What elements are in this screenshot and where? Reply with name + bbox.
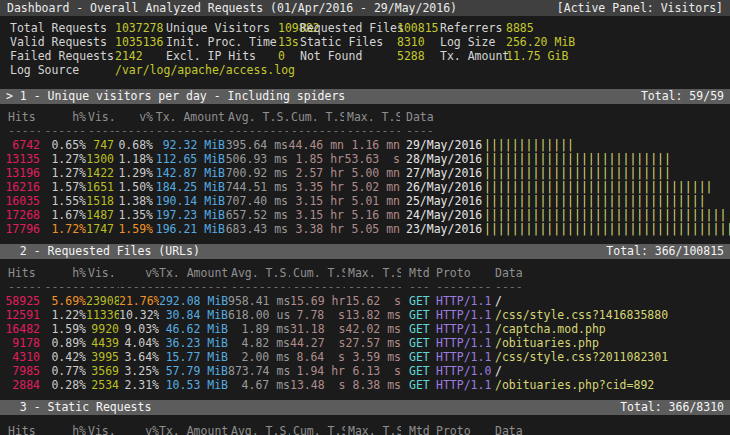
- table-row[interactable]: 16216 1.57% 1651 1.50% 184.25 MiB 744.51…: [0, 180, 730, 194]
- request-path: /css/style.css?2011082301: [495, 350, 730, 364]
- summary-label: Not Found: [300, 49, 397, 63]
- avg-time: 2.00 ms: [228, 350, 290, 364]
- visitors-percent: 1.35%: [114, 208, 153, 222]
- hits-percent: 1.57%: [40, 180, 86, 194]
- col-max: Max. T.S.: [344, 110, 400, 124]
- summary-value: 8310: [397, 35, 440, 49]
- max-time: 1.16 mn: [344, 138, 400, 152]
- col-mtd: Mtd: [409, 266, 431, 280]
- http-method: GET: [409, 308, 431, 322]
- summary-value: 11.75 GiB: [506, 49, 726, 63]
- col-hpct: h%: [40, 110, 86, 124]
- avg-time: 683.43 ms: [225, 222, 288, 236]
- date-value: 25/May/2016: [406, 194, 482, 208]
- avg-time: 4.82 ms: [228, 336, 290, 350]
- dash: --------: [290, 280, 345, 294]
- tx-amount: 197.23 MiB: [153, 208, 225, 222]
- http-method: GET: [409, 364, 431, 378]
- date-value: 28/May/2016: [406, 152, 482, 166]
- col-avg: Avg. T.S.: [228, 266, 290, 280]
- visitors-percent: 2.31%: [119, 378, 159, 392]
- avg-time: 958.41 ms: [228, 294, 290, 308]
- avg-time: 395.64 ms: [225, 138, 288, 152]
- visitors-percent: 1.59%: [114, 222, 153, 236]
- dash: ---: [409, 280, 431, 294]
- col-avg: Avg. T.S.: [228, 424, 290, 435]
- avg-time: 700.92 ms: [225, 166, 288, 180]
- date-value: 29/May/2016: [406, 138, 482, 152]
- summary-value: 0: [278, 49, 300, 63]
- table-separator: ----- ------ ----- ------ ---------- ---…: [0, 280, 730, 294]
- table-row[interactable]: 7985 0.77% 3569 3.25% 57.79 MiB 873.74 m…: [0, 364, 730, 378]
- http-protocol: HTTP/1.0: [436, 364, 491, 378]
- hits-percent: 0.65%: [40, 138, 86, 152]
- summary-label: Referrers: [440, 21, 506, 35]
- table-row[interactable]: 17796 1.72% 1747 1.59% 196.21 MiB 683.43…: [0, 222, 730, 236]
- max-time: 5.00 mn: [344, 166, 400, 180]
- log-source-path: /var/log/apache/access.log: [115, 63, 726, 77]
- col-data: Data: [406, 110, 482, 124]
- summary-value: 256.20 MiB: [506, 35, 726, 49]
- tx-amount: 142.87 MiB: [153, 166, 225, 180]
- table-row[interactable]: 13196 1.27% 1422 1.29% 142.87 MiB 700.92…: [0, 166, 730, 180]
- visitors-percent: 1.38%: [114, 194, 153, 208]
- max-time: 27.57 ms: [345, 336, 401, 350]
- hits-percent: 1.72%: [40, 222, 86, 236]
- table-row[interactable]: 9178 0.89% 4439 4.04% 36.23 MiB 4.82 ms …: [0, 336, 730, 350]
- visitors-rows: 6742 0.65% 747 0.68% 92.32 MiB 395.64 ms…: [0, 138, 730, 236]
- http-method: GET: [409, 336, 431, 350]
- visitors-percent: 1.50%: [114, 180, 153, 194]
- panel-header-visitors[interactable]: > 1 - Unique visitors per day - Includin…: [0, 89, 730, 104]
- panel-total: Total: 59/59: [641, 89, 724, 104]
- col-cum: Cum. T.S.: [290, 424, 345, 435]
- http-method: GET: [409, 350, 431, 364]
- summary-value: 2142: [115, 49, 166, 63]
- table-row[interactable]: 58925 5.69% 23908 21.76% 292.08 MiB 958.…: [0, 294, 730, 308]
- table-row[interactable]: 2884 0.28% 2534 2.31% 10.53 MiB 4.67 ms …: [0, 378, 730, 392]
- table-row[interactable]: 13135 1.27% 1300 1.18% 112.65 MiB 506.93…: [0, 152, 730, 166]
- visitors-percent: 21.76%: [119, 294, 159, 308]
- table-row[interactable]: 16482 1.59% 9920 9.03% 46.62 MiB 1.89 ms…: [0, 322, 730, 336]
- col-avg: Avg. T.S.: [225, 110, 288, 124]
- hits-value: 17268: [0, 208, 40, 222]
- visitors-value: 3569: [86, 364, 119, 378]
- col-tx: Tx. Amount: [153, 110, 225, 124]
- dash: ----: [495, 280, 730, 294]
- col-hits: Hits: [0, 110, 40, 124]
- panel-header-requests[interactable]: 2 - Requested Files (URLs) Total: 366/10…: [0, 244, 730, 259]
- summary-value: 8885: [506, 21, 726, 35]
- hits-percent: 5.69%: [40, 294, 86, 308]
- panel-header-static-requests[interactable]: 3 - Static Requests Total: 366/8310: [0, 400, 730, 415]
- cum-time: 31.18 s: [290, 322, 345, 336]
- table-row[interactable]: 6742 0.65% 747 0.68% 92.32 MiB 395.64 ms…: [0, 138, 730, 152]
- summary-value: 5288: [397, 49, 440, 63]
- tx-amount: 46.62 MiB: [159, 322, 228, 336]
- table-row[interactable]: 12591 1.22% 11336 10.32% 30.84 MiB 618.0…: [0, 308, 730, 322]
- visitors-value: 1518: [86, 194, 114, 208]
- table-row[interactable]: 17268 1.67% 1487 1.35% 197.23 MiB 657.52…: [0, 208, 730, 222]
- cum-time: 13.48 s: [290, 378, 345, 392]
- dash: ---------: [225, 124, 288, 138]
- hits-value: 7985: [0, 364, 40, 378]
- avg-time: 506.93 ms: [225, 152, 288, 166]
- col-cum: Cum. T.S.: [290, 266, 345, 280]
- hits-percent: 1.55%: [40, 194, 86, 208]
- hits-value: 16216: [0, 180, 40, 194]
- summary-value: 100815: [397, 21, 440, 35]
- col-tx: Tx. Amount: [159, 424, 228, 435]
- summary-label: Tx. Amount: [440, 49, 506, 63]
- summary-value: 109882: [278, 21, 300, 35]
- visitors-percent: 1.18%: [114, 152, 153, 166]
- table-column-headers: Hits h% Vis. v% Tx. Amount Avg. T.S. Cum…: [0, 424, 730, 435]
- summary-label: Unique Visitors: [166, 21, 278, 35]
- table-row[interactable]: 16035 1.55% 1518 1.38% 190.14 MiB 707.40…: [0, 194, 730, 208]
- http-protocol: HTTP/1.1: [436, 294, 491, 308]
- table-row[interactable]: 4310 0.42% 3995 3.64% 15.77 MiB 2.00 ms …: [0, 350, 730, 364]
- visitors-value: 1487: [86, 208, 114, 222]
- hits-percent: 0.77%: [40, 364, 86, 378]
- requests-table: Hits h% Vis. v% Tx. Amount Avg. T.S. Cum…: [0, 266, 730, 392]
- active-panel-indicator: [Active Panel: Visitors]: [557, 0, 723, 16]
- col-vpct: v%: [119, 266, 159, 280]
- dash: -----: [0, 124, 40, 138]
- max-time: 15.62 s: [345, 294, 401, 308]
